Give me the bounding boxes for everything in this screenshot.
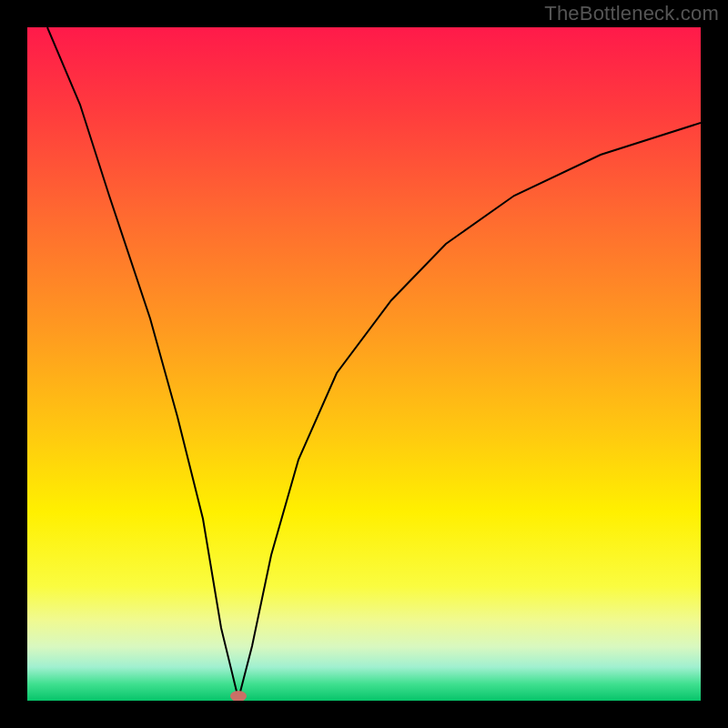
watermark-text: TheBottleneck.com (544, 2, 719, 25)
optimum-marker (230, 691, 247, 701)
chart-plot-area (27, 27, 701, 701)
bottleneck-curve (47, 27, 701, 699)
chart-svg (27, 27, 701, 701)
